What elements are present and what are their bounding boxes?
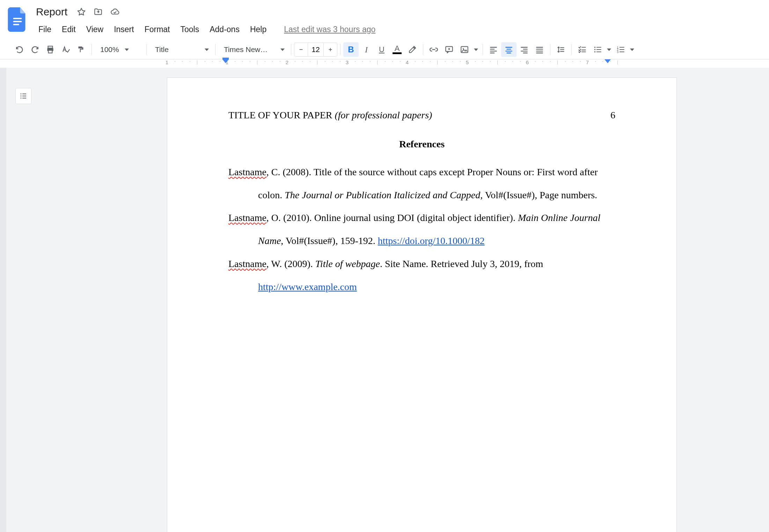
menu-view[interactable]: View bbox=[81, 23, 108, 36]
ruler-number: 7 bbox=[586, 59, 589, 65]
docs-logo-icon[interactable] bbox=[7, 6, 28, 34]
workspace: TITLE OF YOUR PAPER (for professional pa… bbox=[0, 68, 769, 532]
redo-button[interactable] bbox=[27, 42, 43, 57]
add-comment-button[interactable] bbox=[441, 42, 457, 57]
right-indent-marker[interactable] bbox=[605, 59, 611, 63]
zoom-value: 100% bbox=[100, 45, 119, 54]
paint-format-button[interactable] bbox=[73, 42, 89, 57]
svg-point-40 bbox=[594, 51, 595, 52]
ruler[interactable]: 11234567 bbox=[0, 59, 769, 68]
ruler-number: 4 bbox=[406, 59, 409, 65]
caret-down-icon bbox=[205, 49, 209, 51]
last-edit-link[interactable]: Last edit was 3 hours ago bbox=[279, 23, 380, 36]
align-justify-button[interactable] bbox=[532, 42, 547, 57]
paragraph-style-select[interactable]: Title bbox=[149, 42, 212, 57]
menu-help[interactable]: Help bbox=[245, 23, 271, 36]
running-head-title: TITLE OF YOUR PAPER bbox=[228, 110, 335, 120]
svg-rect-49 bbox=[22, 94, 26, 94]
spellcheck-squiggle: Lastname bbox=[228, 212, 266, 223]
insert-image-button[interactable] bbox=[457, 42, 472, 57]
reference-entry: Lastname, C. (2008). Title of the source… bbox=[228, 161, 615, 207]
app-header: Report File Edit View Insert Format Tool… bbox=[0, 0, 769, 40]
insert-link-button[interactable] bbox=[426, 42, 441, 57]
menu-edit[interactable]: Edit bbox=[57, 23, 81, 36]
section-title: References bbox=[228, 137, 615, 151]
toolbar-separator bbox=[571, 44, 572, 55]
document-title-input[interactable]: Report bbox=[34, 4, 70, 20]
reference-entry: Lastname, W. (2009). Title of webpage. S… bbox=[228, 252, 615, 298]
svg-rect-53 bbox=[22, 98, 26, 98]
caret-down-icon bbox=[607, 49, 611, 51]
toolbar-separator bbox=[483, 44, 483, 55]
bulleted-list-caret[interactable] bbox=[605, 42, 613, 57]
references-list: Lastname, C. (2008). Title of the source… bbox=[228, 161, 615, 298]
ruler-number: 2 bbox=[286, 59, 288, 65]
menu-tools[interactable]: Tools bbox=[176, 23, 204, 36]
outline-toggle-button[interactable] bbox=[15, 88, 31, 104]
hyperlink[interactable]: http://www.example.com bbox=[258, 281, 357, 292]
font-family-select[interactable]: Times New… bbox=[218, 42, 288, 57]
align-right-button[interactable] bbox=[517, 42, 532, 57]
italic-button[interactable]: I bbox=[359, 42, 374, 57]
toolbar-separator bbox=[291, 44, 291, 55]
ruler-number: 5 bbox=[466, 59, 469, 65]
caret-down-icon bbox=[280, 49, 285, 51]
zoom-select[interactable]: 100% bbox=[95, 42, 144, 57]
checklist-button[interactable] bbox=[574, 42, 590, 57]
print-button[interactable] bbox=[43, 42, 58, 57]
document-page[interactable]: TITLE OF YOUR PAPER (for professional pa… bbox=[167, 77, 677, 532]
first-line-indent-marker[interactable] bbox=[222, 59, 229, 63]
svg-text:3: 3 bbox=[617, 50, 618, 54]
font-size-input[interactable] bbox=[308, 43, 324, 56]
numbered-list-button[interactable]: 123 bbox=[613, 42, 628, 57]
svg-rect-1 bbox=[13, 21, 22, 22]
spellcheck-squiggle: Lastname bbox=[228, 167, 266, 177]
caret-down-icon bbox=[630, 49, 634, 51]
toolbar-separator bbox=[340, 44, 340, 55]
page-number: 6 bbox=[610, 109, 615, 121]
line-spacing-button[interactable] bbox=[553, 42, 569, 57]
toolbar-separator bbox=[215, 44, 215, 55]
menubar: File Edit View Insert Format Tools Add-o… bbox=[34, 22, 380, 36]
svg-point-52 bbox=[21, 98, 22, 99]
cloud-status-icon[interactable] bbox=[110, 7, 120, 17]
menu-addons[interactable]: Add-ons bbox=[205, 23, 244, 36]
left-gutter bbox=[0, 68, 6, 532]
reference-entry: Lastname, O. (2010). Online journal usin… bbox=[228, 206, 615, 252]
svg-rect-51 bbox=[22, 96, 26, 96]
toolbar-separator bbox=[146, 44, 147, 55]
hyperlink[interactable]: https://doi.org/10.1000/182 bbox=[378, 235, 485, 246]
increase-font-size-button[interactable] bbox=[324, 43, 337, 56]
align-left-button[interactable] bbox=[486, 42, 501, 57]
undo-button[interactable] bbox=[12, 42, 27, 57]
menu-insert[interactable]: Insert bbox=[109, 23, 139, 36]
running-head-note: (for professional papers) bbox=[335, 110, 432, 120]
menu-format[interactable]: Format bbox=[140, 23, 175, 36]
underline-button[interactable]: U bbox=[374, 42, 389, 57]
menu-file[interactable]: File bbox=[34, 23, 56, 36]
bulleted-list-button[interactable] bbox=[590, 42, 605, 57]
caret-down-icon bbox=[125, 49, 129, 51]
ruler-number: 6 bbox=[526, 59, 529, 65]
italic-text: Title of webpage bbox=[315, 258, 380, 269]
font-size-group bbox=[294, 43, 337, 57]
move-to-folder-icon[interactable] bbox=[93, 7, 103, 17]
align-center-button[interactable] bbox=[501, 42, 517, 57]
highlight-color-button[interactable] bbox=[405, 42, 420, 57]
svg-rect-2 bbox=[13, 24, 20, 25]
insert-image-caret[interactable] bbox=[472, 42, 480, 57]
italic-text: The Journal or Publication Italicized an… bbox=[285, 190, 480, 200]
text-color-button[interactable]: A bbox=[389, 42, 405, 57]
svg-point-48 bbox=[21, 94, 22, 95]
font-family-value: Times New… bbox=[224, 45, 268, 54]
numbered-list-caret[interactable] bbox=[628, 42, 636, 57]
svg-point-50 bbox=[21, 96, 22, 97]
decrease-font-size-button[interactable] bbox=[294, 43, 308, 56]
toolbar-separator bbox=[550, 44, 550, 55]
running-head: TITLE OF YOUR PAPER (for professional pa… bbox=[228, 109, 615, 121]
ruler-number: 3 bbox=[346, 59, 349, 65]
spellcheck-button[interactable] bbox=[58, 42, 73, 57]
svg-point-38 bbox=[594, 49, 595, 50]
star-icon[interactable] bbox=[76, 7, 87, 17]
bold-button[interactable]: B bbox=[343, 42, 359, 57]
